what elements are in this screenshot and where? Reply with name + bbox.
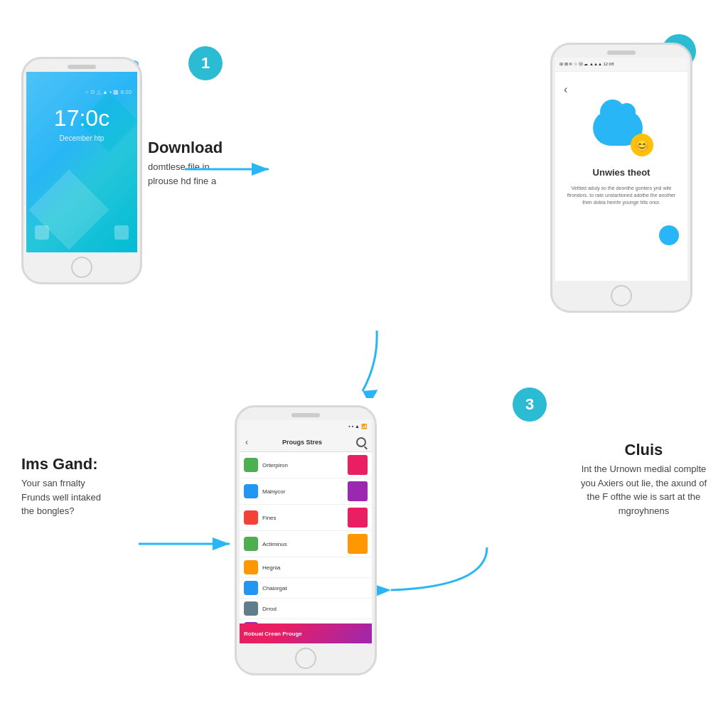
step3-left-title: Ims Gand: <box>21 455 101 473</box>
step1-badge: 1 <box>188 46 223 80</box>
list-item-icon <box>244 560 258 574</box>
phone3-speaker <box>291 413 320 417</box>
arrow-right-bottom-svg <box>139 526 238 562</box>
phone2-status-bar: ⊞ ⊠ ≋ ☆ ⓦ ☁ ▲▲▲ 12:08 <box>555 58 687 72</box>
list-item-thumbnail <box>348 534 368 554</box>
phone1-mockup: ○ ⊙ △ ▲ ▪ ▩ 8:20 17:0c December htp <box>21 57 142 284</box>
list-item-label: Fines <box>262 515 277 521</box>
phone2-app-desc: Vettied aduly so the deonthe gonters ynd… <box>564 185 679 205</box>
phone1-apps-icon <box>114 225 129 240</box>
list-item-label: Actiminus <box>262 541 287 547</box>
arrow-left-bottom-svg <box>377 540 491 597</box>
phone2-home-button[interactable] <box>611 285 632 306</box>
list-item-label: Orterpiron <box>262 462 288 469</box>
face-emoji: 😊 <box>631 134 653 156</box>
phone3-footer: Robual Crean Prouge <box>240 623 372 643</box>
step3-left-desc: Your san frnaltyFrunds well intakedthe b… <box>21 476 101 518</box>
list-item-icon <box>244 458 258 472</box>
list-item: Drrod <box>240 599 372 619</box>
phone2-fab-button[interactable] <box>659 225 679 245</box>
phone3-header: ‹ Prougs Stres <box>240 433 372 452</box>
phone3-screen: ▪ ▪ ▲ 📶 ‹ Prougs Stres OrterpironMalnyco… <box>240 420 372 643</box>
phone3-status-bar: ▪ ▪ ▲ 📶 <box>240 420 372 433</box>
list-item-icon <box>244 601 258 616</box>
list-item-thumbnail <box>348 508 368 528</box>
phone2-mockup: ⊞ ⊠ ≋ ☆ ⓦ ☁ ▲▲▲ 12:08 ‹ 😊 Unwies theot V… <box>550 43 692 313</box>
phone1-home-icon <box>35 225 49 240</box>
list-item-label: Drrod <box>262 606 277 612</box>
cloud-icon: 😊 <box>593 110 650 153</box>
phone1-status-bar: ○ ⊙ △ ▲ ▪ ▩ 8:20 <box>26 86 137 98</box>
list-item: Malnycor <box>240 478 372 505</box>
phone1-home-button[interactable] <box>71 257 92 278</box>
arrow-phone3-to-right-text <box>377 540 462 583</box>
phone1-date: December htp <box>60 134 105 142</box>
step3-left-text-block: Ims Gand: Your san frnaltyFrunds well in… <box>21 455 101 518</box>
arrow-down-svg <box>348 327 391 398</box>
arrow-svg <box>185 155 277 183</box>
list-item-icon <box>244 510 258 525</box>
phone3-home-button[interactable] <box>295 648 316 669</box>
phone2-speaker <box>607 50 636 55</box>
step3-right-desc: Int the Urnown medial complteyou Axiers … <box>581 462 707 518</box>
main-container: 1 2 3 ○ ⊙ △ ▲ ▪ ▩ 8:20 17:0c December ht… <box>0 0 728 728</box>
arrow-left-to-phone3 <box>139 526 210 555</box>
list-item: Chaiorgat <box>240 578 372 599</box>
phone3-mockup: ▪ ▪ ▲ 📶 ‹ Prougs Stres OrterpironMalnyco… <box>235 405 377 675</box>
phone2-back-button[interactable]: ‹ <box>564 80 679 99</box>
list-item: Hegnia <box>240 557 372 578</box>
phone3-search-icon[interactable] <box>356 437 366 447</box>
phone1-screen: ○ ⊙ △ ▲ ▪ ▩ 8:20 17:0c December htp <box>26 72 137 252</box>
phone2-app-title: Unwies theot <box>593 167 651 178</box>
list-item: Fines <box>240 505 372 531</box>
list-item-icon <box>244 581 258 595</box>
list-item: Actiminus <box>240 531 372 557</box>
phone3-list: OrterpironMalnycorFinesActiminusHegniaCh… <box>240 452 372 643</box>
phone1-speaker <box>68 65 96 69</box>
phone2-screen: ⊞ ⊠ ≋ ☆ ⓦ ☁ ▲▲▲ 12:08 ‹ 😊 Unwies theot V… <box>555 58 687 281</box>
list-item-icon <box>244 537 258 551</box>
list-item-thumbnail <box>348 455 368 475</box>
list-item-thumbnail <box>348 481 368 501</box>
list-item-label: Malnycor <box>262 488 285 495</box>
step3-right-title: Cluis <box>581 441 707 459</box>
list-item: Orterpiron <box>240 452 372 478</box>
phone2-content: ‹ 😊 Unwies theot Vettied aduly so the de… <box>555 72 687 214</box>
phone1-bottom-icons <box>26 220 137 245</box>
list-item-label: Chaiorgat <box>262 585 287 592</box>
phone1-time: 17:0c <box>54 105 109 132</box>
list-item-icon <box>244 484 258 498</box>
list-item-label: Hegnia <box>262 564 280 571</box>
step3-badge: 3 <box>513 387 547 422</box>
arrow-step2-to-step3 <box>348 327 377 384</box>
phone3-title: Prougs Stres <box>282 439 322 446</box>
step3-right-text-block: Cluis Int the Urnown medial complteyou A… <box>581 441 707 518</box>
